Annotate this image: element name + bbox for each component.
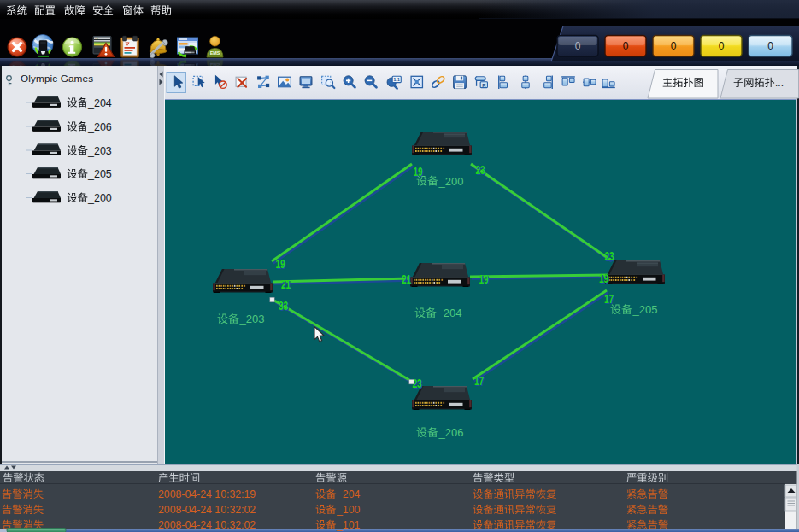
svg-text:_204: _204: [87, 97, 112, 109]
svg-text:33: 33: [279, 299, 288, 313]
svg-text:EMS: EMS: [210, 50, 220, 56]
svg-text:_200: _200: [438, 175, 464, 188]
svg-text:0: 0: [671, 40, 677, 52]
svg-text:17: 17: [604, 292, 614, 306]
svg-text:2008-04-24 10:32:19: 2008-04-24 10:32:19: [158, 488, 256, 500]
svg-text:_204: _204: [437, 307, 462, 319]
svg-text:0: 0: [623, 40, 629, 52]
svg-text:_206: _206: [438, 426, 464, 439]
svg-text:_206: _206: [87, 121, 112, 133]
svg-text:2008-04-24 10:32:02: 2008-04-24 10:32:02: [158, 504, 256, 516]
svg-text:_101: _101: [336, 519, 361, 531]
svg-text:_203: _203: [87, 145, 112, 157]
svg-text:19: 19: [276, 257, 285, 271]
svg-text:...: ...: [775, 77, 784, 89]
svg-text:21: 21: [281, 278, 291, 291]
svg-text:19: 19: [479, 272, 489, 286]
svg-text:0: 0: [575, 40, 581, 52]
svg-text:_205: _205: [632, 303, 658, 316]
svg-text:0: 0: [719, 40, 725, 52]
svg-text:23: 23: [476, 163, 485, 177]
svg-text:_200: _200: [87, 192, 112, 204]
svg-text:0: 0: [767, 40, 773, 52]
svg-text:R: R: [482, 83, 486, 88]
svg-text:_205: _205: [87, 168, 112, 180]
svg-text:_203: _203: [239, 313, 265, 325]
svg-text:1:1: 1:1: [394, 77, 400, 82]
svg-text:19: 19: [599, 272, 608, 285]
svg-text:_204: _204: [336, 488, 361, 500]
svg-text:_100: _100: [336, 504, 361, 516]
svg-text:21: 21: [402, 272, 411, 286]
svg-text:23: 23: [605, 249, 614, 263]
svg-text:2008-04-24 10:32:02: 2008-04-24 10:32:02: [158, 519, 256, 531]
svg-text:17: 17: [474, 374, 484, 388]
